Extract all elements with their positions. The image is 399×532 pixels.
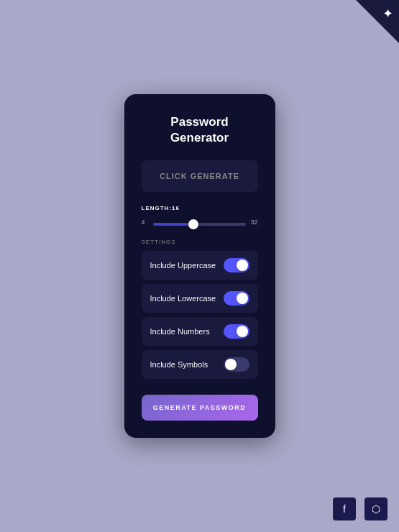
toggle-thumb-numbers (237, 326, 248, 337)
toggle-thumb-uppercase (237, 260, 248, 271)
toggle-row-symbols: Include Symbols (142, 350, 258, 379)
facebook-icon-label: f (343, 503, 346, 515)
length-slider[interactable] (153, 223, 247, 226)
length-section: LENGTH:16 4 32 (142, 205, 258, 229)
toggle-numbers[interactable] (224, 324, 249, 339)
slider-wrapper[interactable] (153, 216, 247, 229)
toggle-row-uppercase: Include Uppercase (142, 251, 258, 280)
brand-icon-label: ⬡ (372, 503, 380, 515)
password-generator-card: Password Generator CLICK GENERATE LENGTH… (124, 94, 275, 438)
settings-label: SETTINGS (142, 239, 258, 245)
toggle-row-numbers: Include Numbers (142, 317, 258, 346)
corner-icon: ✦ (382, 6, 393, 22)
slider-max: 32 (250, 219, 257, 226)
corner-decoration: ✦ (356, 0, 399, 43)
generate-password-button[interactable]: GENERATE PASSWORD (142, 395, 258, 421)
toggle-symbols[interactable] (224, 357, 249, 372)
toggle-lowercase[interactable] (224, 291, 249, 306)
card-title: Password Generator (142, 114, 258, 146)
toggle-thumb-lowercase (237, 293, 248, 304)
toggle-thumb-symbols (225, 359, 237, 370)
brand-icon[interactable]: ⬡ (364, 497, 387, 520)
length-label: LENGTH:16 (142, 205, 258, 211)
toggle-label-numbers: Include Numbers (150, 327, 210, 336)
toggle-label-uppercase: Include Uppercase (150, 261, 216, 270)
toggle-row-lowercase: Include Lowercase (142, 284, 258, 313)
toggle-label-symbols: Include Symbols (150, 360, 208, 369)
toggle-uppercase[interactable] (224, 258, 249, 272)
length-value: 16 (172, 205, 180, 211)
slider-min: 4 (142, 219, 149, 226)
toggle-label-lowercase: Include Lowercase (150, 294, 216, 303)
settings-section: SETTINGS Include Uppercase Include Lower… (142, 239, 258, 379)
bottom-icons: f ⬡ (333, 497, 387, 520)
output-display: CLICK GENERATE (142, 160, 258, 192)
facebook-icon[interactable]: f (333, 497, 356, 520)
slider-row: 4 32 (142, 216, 258, 229)
